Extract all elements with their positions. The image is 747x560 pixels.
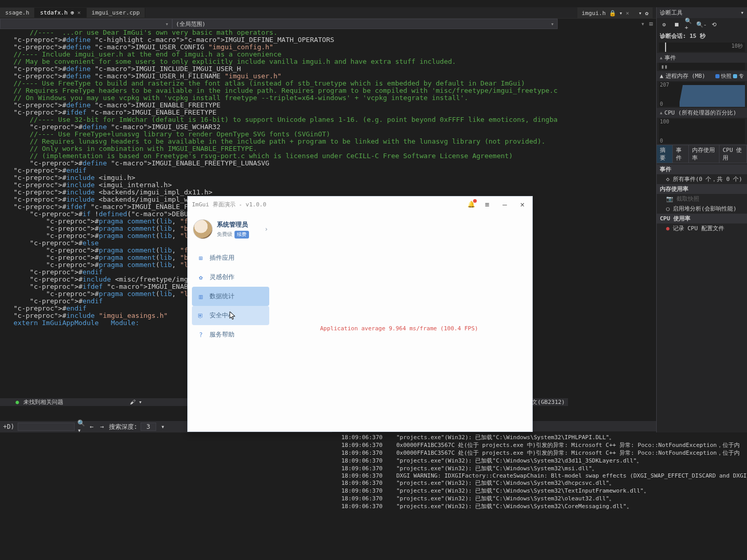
ok-icon: ● (16, 399, 19, 405)
nav-icon: ⛨ (197, 312, 204, 319)
tab-imgui-h[interactable]: imgui.h🔒▾× ▾✿ (577, 7, 653, 19)
stop-icon[interactable]: ⏹ (672, 20, 681, 29)
user-name: 系统管理员 (217, 220, 249, 229)
diagnostics-summary: 事件 ◇所有事件(0 个，共 0 个) 内存使用率 📷截取快照 ◯启用堆分析(会… (657, 163, 747, 234)
summary-cpu-record[interactable]: ●记录 CPU 配置文件 (657, 223, 747, 233)
brush-icon[interactable]: 🖌 ▾ (130, 399, 142, 405)
timeline-tick: 10秒 (731, 43, 743, 50)
tab-ssage-h[interactable]: ssage.h (0, 8, 35, 18)
zoom-in-icon[interactable]: 🔍+ (685, 20, 693, 29)
zoom-out-icon[interactable]: 🔍- (697, 20, 706, 29)
split-icon[interactable]: ▾ (639, 10, 642, 17)
summary-cpu-head: CPU 使用率 (657, 214, 747, 223)
app-title: ImGui 界面演示 - v1.0.0 (192, 201, 266, 208)
collapse-icon: ▲ (660, 73, 663, 79)
tab-cpu[interactable]: CPU 使用 (720, 145, 747, 163)
sidebar-item-2[interactable]: ▥数据统计 (192, 287, 269, 306)
editor-split-controls: ▾ ⊞ (639, 19, 655, 29)
close-icon[interactable]: × (77, 9, 81, 16)
scope-right[interactable]: (全局范围)▾ (172, 19, 558, 29)
user-level: 免费级 (217, 231, 232, 238)
sidebar-item-4[interactable]: ?服务帮助 (192, 325, 269, 344)
tab-events[interactable]: 事件 (673, 145, 689, 163)
app-main: Application average 9.964 ms/frame (100.… (273, 212, 532, 431)
bell-icon[interactable]: 🔔 (467, 201, 475, 208)
sidebar-item-label: 服务帮助 (210, 330, 234, 339)
avatar (193, 219, 213, 239)
diagnostics-toolbar: ⚙ ⏹ 🔍+ 🔍- ⟲ (657, 18, 747, 31)
split-vertical-icon[interactable]: ⊞ (647, 20, 655, 27)
notification-badge (473, 199, 477, 203)
tab-summary[interactable]: 摘要 (657, 145, 673, 163)
more-icon[interactable]: ✿ (645, 10, 648, 17)
events-section-head[interactable]: ▲ 事件 (657, 53, 747, 63)
output-pane[interactable]: 18:09:06:370 "projects.exe"(Win32): 已加载"… (337, 431, 747, 560)
depth-value[interactable]: 3 (141, 423, 156, 431)
diagnostics-title-bar: 诊断工具 ▾ (657, 7, 747, 18)
prev-icon[interactable]: ← (88, 423, 95, 430)
app-sidebar: 系统管理员 免费级 续费 › ⊞插件应用✿灵感创作▥数据统计⛨安全中心?服务帮助 (188, 212, 273, 431)
sidebar-item-label: 灵感创作 (210, 273, 234, 282)
tab-imgui-user-cpp[interactable]: imgui_user.cpp (87, 8, 146, 18)
close-button[interactable]: ✕ (517, 200, 528, 208)
diagnostics-session: 诊断会话: 15 秒 (657, 31, 747, 41)
sidebar-item-0[interactable]: ⊞插件应用 (192, 248, 269, 268)
chevron-down-icon[interactable]: ▾ (159, 423, 167, 430)
nav-icon: ⊞ (197, 255, 204, 262)
collapse-icon: ▲ (660, 55, 662, 60)
reset-icon[interactable]: ⟲ (710, 20, 718, 29)
gear-icon[interactable]: ⚙ (660, 20, 668, 29)
cpu-section-head[interactable]: ▲ CPU (所有处理器的百分比) (657, 108, 747, 118)
summary-mem-heap[interactable]: ◯启用堆分析(会影响性能) (657, 204, 747, 214)
pause-icon[interactable]: ▮▮ (661, 63, 668, 70)
depth-label: 搜索深度: (109, 423, 137, 431)
minimize-button[interactable]: — (499, 200, 510, 208)
diagnostics-timeline[interactable]: 10秒 (659, 43, 745, 52)
private-legend-icon (733, 74, 737, 78)
pin-icon[interactable]: ⊕ (71, 9, 74, 16)
summary-events-row[interactable]: ◇所有事件(0 个，共 0 个) (657, 174, 747, 184)
chevron-down-icon: ▾ (550, 21, 554, 27)
renew-badge[interactable]: 续费 (234, 231, 249, 239)
fps-label: Application average 9.964 ms/frame (100.… (320, 325, 478, 332)
app-title-bar[interactable]: ImGui 界面演示 - v1.0.0 🔔 ≡ — ✕ (188, 197, 532, 212)
cpu-chart[interactable]: 100 0 (659, 119, 745, 144)
lock-icon: 🔒 (609, 10, 616, 17)
memory-section-head[interactable]: ▲进程内存 (MB) 快照 专 (657, 71, 747, 81)
tab-memory[interactable]: 内存使用率 (689, 145, 719, 163)
snapshot-legend-icon (715, 74, 720, 78)
close-icon[interactable]: × (626, 10, 629, 17)
next-icon[interactable]: → (99, 423, 106, 430)
scope-bar: ▾ (全局范围)▾ (0, 19, 558, 29)
nav-icon: ? (197, 331, 204, 339)
scope-left[interactable]: ▾ (0, 19, 172, 29)
imgui-demo-window[interactable]: ImGui 界面演示 - v1.0.0 🔔 ≡ — ✕ 系统管理员 免费级 续费… (187, 196, 533, 432)
memory-chart[interactable]: 207 0 (659, 82, 745, 107)
nav-icon: ✿ (197, 274, 204, 281)
summary-mem-snapshot[interactable]: 📷截取快照 (657, 194, 747, 204)
collapse-icon: ▲ (660, 110, 662, 115)
toggle-icon: ◯ (666, 205, 670, 212)
diagnostics-title: 诊断工具 (660, 9, 683, 17)
menu-icon[interactable]: ≡ (481, 200, 493, 208)
search-icon[interactable]: 🔍▾ (78, 423, 85, 430)
pin-icon[interactable]: ▾ (619, 10, 623, 17)
summary-memory-head: 内存使用率 (657, 184, 747, 194)
find-suffix: +D) (3, 423, 15, 430)
sidebar-item-label: 安全中心 (210, 311, 234, 320)
sidebar-item-3[interactable]: ⛨安全中心 (192, 306, 269, 325)
find-input[interactable] (18, 423, 75, 431)
chevron-right-icon[interactable]: › (265, 226, 268, 233)
sidebar-item-1[interactable]: ✿灵感创作 (192, 268, 269, 287)
user-card[interactable]: 系统管理员 免费级 续费 › (192, 217, 269, 241)
chevron-down-icon: ▾ (165, 21, 169, 27)
nav-icon: ▥ (197, 293, 204, 300)
encoding-label[interactable]: 文(GB2312) (529, 398, 568, 406)
dropdown-icon[interactable]: ▾ (639, 20, 646, 27)
tab-stdafx-h[interactable]: stdafx.h⊕× (35, 8, 86, 18)
camera-icon: 📷 (666, 195, 673, 202)
summary-events-head: 事件 (657, 164, 747, 174)
sidebar-item-label: 数据统计 (210, 292, 234, 301)
dropdown-icon[interactable]: ▾ (740, 9, 744, 16)
record-icon: ● (666, 225, 670, 232)
